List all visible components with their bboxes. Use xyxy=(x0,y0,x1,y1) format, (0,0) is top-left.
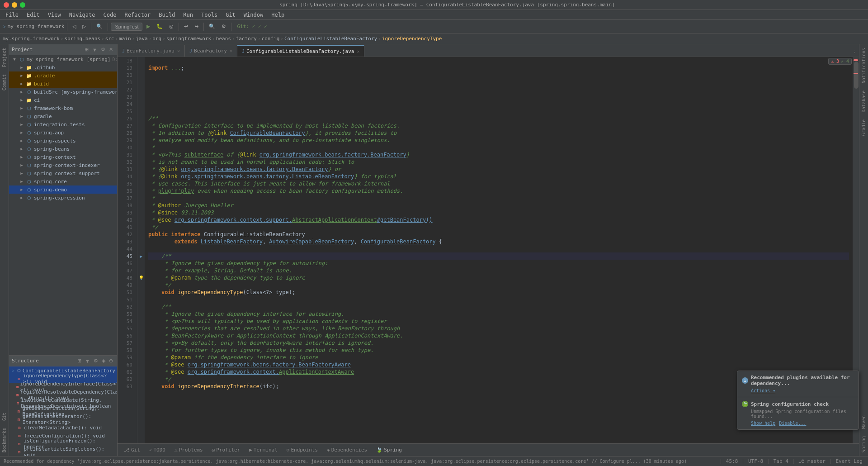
menu-navigate[interactable]: Navigate xyxy=(66,11,99,19)
tab-beanfactory[interactable]: J BeanFactory ✕ xyxy=(185,45,237,57)
breadcrumb-src[interactable]: src xyxy=(105,36,114,42)
tab-commit-vert[interactable]: Commit xyxy=(1,71,8,94)
menu-edit[interactable]: Edit xyxy=(23,11,43,19)
encoding[interactable]: UTF-8 xyxy=(746,458,765,464)
structure-collapse-button[interactable]: ▼ xyxy=(84,357,91,364)
tree-gradle-m[interactable]: ▶ ⬡ gradle xyxy=(9,112,117,120)
tab-beanfactory-java[interactable]: J BeanFactory.java ✕ xyxy=(118,45,185,57)
tab-database-vert[interactable]: Database xyxy=(860,87,867,116)
tree-spring-context[interactable]: ▶ ⬡ spring-context xyxy=(9,153,117,161)
breadcrumb-springframework[interactable]: springframework xyxy=(166,36,211,42)
tab-terminal[interactable]: ▶ Terminal xyxy=(245,446,281,454)
indent-setting[interactable]: Tab 4 xyxy=(772,458,790,464)
tab-dependencies[interactable]: ◈ Dependencies xyxy=(323,446,371,454)
menu-run[interactable]: Run xyxy=(179,11,197,19)
breadcrumb-java[interactable]: java xyxy=(136,36,148,42)
tree-spring-core[interactable]: ▶ ⬡ spring-core xyxy=(9,177,117,185)
breadcrumb-method[interactable]: ignoreDependencyType xyxy=(382,36,442,42)
gutter-fold-42[interactable]: ▶ xyxy=(137,252,145,260)
breadcrumb-beans[interactable]: beans xyxy=(216,36,231,42)
structure-method-7[interactable]: m clearMetadataCache(): void xyxy=(9,423,117,432)
menu-view[interactable]: View xyxy=(44,11,65,19)
menu-help[interactable]: Help xyxy=(268,11,288,19)
close-button[interactable] xyxy=(4,2,9,8)
tab-bookmarks-vert[interactable]: Bookmarks xyxy=(1,424,8,456)
tab-spring[interactable]: 🍃 Spring xyxy=(373,446,406,454)
structure-icons-button[interactable]: ◈ xyxy=(100,357,107,364)
tab-git-vert[interactable]: Git xyxy=(1,409,8,424)
forward-button[interactable]: ▷ xyxy=(80,23,88,30)
menu-tools[interactable]: Tools xyxy=(198,11,221,19)
menu-refactor[interactable]: Refactor xyxy=(121,11,154,19)
tab-problems[interactable]: ⚠ Problems xyxy=(171,446,207,454)
tab-close-button[interactable]: ✕ xyxy=(177,48,180,53)
structure-settings-button[interactable]: ⚙ xyxy=(92,357,99,364)
tree-gradle[interactable]: ▶ 📁 .gradle xyxy=(9,71,117,80)
tree-spring-context-indexer[interactable]: ▶ ⬡ spring-context-indexer xyxy=(9,161,117,169)
tabs-more-button[interactable]: ⋮ xyxy=(849,49,859,57)
run-config-selector[interactable]: SpringTest xyxy=(111,23,142,31)
tab-todo[interactable]: ✓ TODO xyxy=(146,446,169,454)
settings-button[interactable]: ⚙ xyxy=(219,23,228,30)
breadcrumb-factory[interactable]: factory xyxy=(236,36,257,42)
undo-button[interactable]: ↩ xyxy=(182,23,190,30)
tab-maven-vert[interactable]: Maven xyxy=(860,412,867,433)
project-close-button[interactable]: ✕ xyxy=(108,46,114,53)
notif-actions-link[interactable]: Actions ▾ xyxy=(751,388,775,393)
minimize-button[interactable] xyxy=(12,2,17,8)
tree-framework-bom[interactable]: ▶ ⬡ framework-bom xyxy=(9,104,117,112)
project-collapse-button[interactable]: ▼ xyxy=(91,46,99,53)
tab-notifications-vert[interactable]: Notifications xyxy=(860,44,867,87)
breadcrumb-main[interactable]: main xyxy=(119,36,131,42)
structure-anon-button[interactable]: ⊕ xyxy=(108,357,114,364)
tab-endpoints[interactable]: ⊕ Endpoints xyxy=(283,446,321,454)
tab-gradle-vert[interactable]: Gradle xyxy=(860,116,867,139)
tab-close-button[interactable]: ✕ xyxy=(230,48,232,53)
find-button[interactable]: 🔍 xyxy=(207,23,217,30)
tree-spring-expression[interactable]: ▶ ⬡ spring-expression xyxy=(9,194,117,202)
gutter-bulb-45[interactable]: 💡 xyxy=(137,274,145,281)
scroll-thumb[interactable] xyxy=(854,62,859,89)
menu-build[interactable]: Build xyxy=(155,11,179,19)
tree-spring-beans[interactable]: ▶ ⬡ spring-beans xyxy=(9,145,117,153)
maximize-button[interactable] xyxy=(20,2,25,8)
show-help-link[interactable]: Show help xyxy=(751,421,775,426)
tab-project-vert[interactable]: Project xyxy=(1,44,8,71)
cursor-position[interactable]: 45:8 xyxy=(724,458,740,464)
menu-window[interactable]: Window xyxy=(240,11,267,19)
coverage-button[interactable]: ◎ xyxy=(167,23,176,30)
tab-spring-vert[interactable]: Spring xyxy=(860,433,867,456)
structure-sort-button[interactable]: ⊞ xyxy=(76,357,83,364)
tree-integration-tests[interactable]: ▶ ⬡ integration-tests xyxy=(9,120,117,128)
breadcrumb-config[interactable]: config xyxy=(262,36,280,42)
tree-spring-demo[interactable]: ▶ ⬡ spring-demo xyxy=(9,185,117,194)
tab-close-button[interactable]: ✕ xyxy=(357,49,359,54)
tree-spring-aop[interactable]: ▶ ⬡ spring-aop xyxy=(9,128,117,137)
structure-method-10[interactable]: m preInstantiateSingletons(): void xyxy=(9,448,117,456)
menu-git[interactable]: Git xyxy=(222,11,239,19)
disable-link[interactable]: Disable... xyxy=(779,421,806,426)
menu-code[interactable]: Code xyxy=(100,11,120,19)
back-button[interactable]: ◁ xyxy=(70,23,78,30)
tree-buildsrc[interactable]: ▶ ⬡ buildSrc [my-spring-framework.buildS… xyxy=(9,88,117,96)
tree-github[interactable]: ▶ 📁 .github xyxy=(9,63,117,71)
breadcrumb-org[interactable]: org xyxy=(152,36,161,42)
breadcrumb-class[interactable]: ConfigurableListableBeanFactory xyxy=(284,36,377,42)
run-button[interactable]: ▶ xyxy=(144,23,152,30)
tree-spring-aspects[interactable]: ▶ ⬡ spring-aspects xyxy=(9,137,117,145)
breadcrumb-module[interactable]: spring-beans xyxy=(64,36,100,42)
tree-build[interactable]: ▶ 📁 build xyxy=(9,80,117,88)
breadcrumb-root[interactable]: my-spring-framework xyxy=(3,36,60,42)
debug-button[interactable]: 🐛 xyxy=(154,23,165,30)
tree-ci[interactable]: ▶ 📁 ci xyxy=(9,96,117,104)
tab-configurable[interactable]: J ConfigurableListableBeanFactory.java ✕ xyxy=(237,45,364,57)
search-everywhere-button[interactable]: 🔍 xyxy=(94,23,105,30)
tree-root[interactable]: ▼ ⬡ my-spring-framework [spring] D:\Java… xyxy=(9,55,117,63)
event-log-button[interactable]: Event Log xyxy=(834,458,864,464)
redo-button[interactable]: ↪ xyxy=(192,23,201,30)
tree-spring-context-support[interactable]: ▶ ⬡ spring-context-support xyxy=(9,169,117,177)
tab-profiler[interactable]: ◎ Profiler xyxy=(208,446,244,454)
project-settings-button[interactable]: ⚙ xyxy=(99,46,107,53)
structure-method-6[interactable]: m getBeanNamesIterator(): Iterator<Strin… xyxy=(9,415,117,423)
menu-file[interactable]: File xyxy=(2,11,22,19)
